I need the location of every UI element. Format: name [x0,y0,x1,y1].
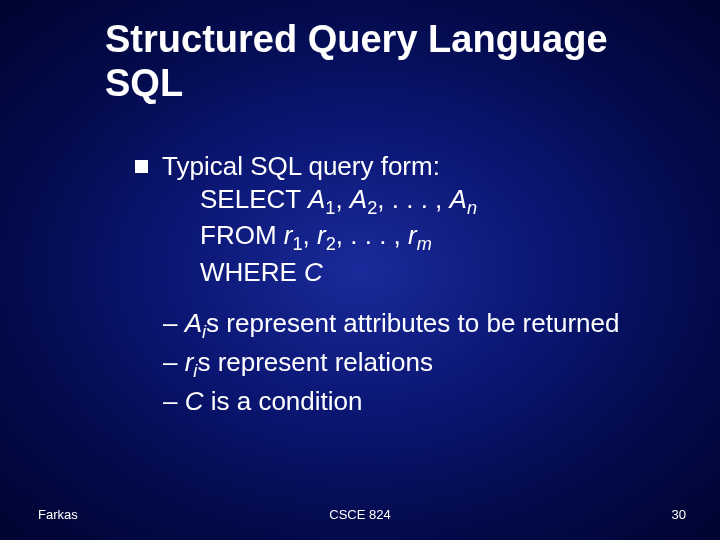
from-sub1: 1 [292,235,302,255]
dash3-post: is a condition [203,386,362,416]
bullet-lead: Typical SQL query form: [162,151,440,181]
select-an: A [450,184,467,214]
slide: Structured Query Language SQL Typical SQ… [0,0,720,540]
select-a2: A [350,184,367,214]
where-keyword: WHERE [200,257,304,287]
footer-page-number: 30 [672,507,686,522]
dash1-var: A [185,308,202,338]
bullet-text: Typical SQL query form: SELECT A1, A2, .… [162,150,680,289]
title-line-2: SQL [105,62,183,104]
from-clause: FROM r1, r2, . . . , rm [162,219,680,256]
where-clause: WHERE C [162,256,680,289]
select-clause: SELECT A1, A2, . . . , An [162,183,680,220]
dash2-post: s represent relations [197,347,433,377]
where-c: C [304,257,323,287]
title-line-1: Structured Query Language [105,18,608,60]
select-sep1: , [335,184,349,214]
from-sep1: , [303,220,317,250]
from-sep2: , [336,220,350,250]
slide-title: Structured Query Language SQL [105,18,608,105]
dash-item-2: – ris represent relations [163,346,680,383]
from-dots: . . . , [350,220,408,250]
select-dots: . . . , [392,184,450,214]
dash1-pre: – [163,308,185,338]
from-keyword: FROM [200,220,284,250]
from-r2: r [317,220,326,250]
bullet-item: Typical SQL query form: SELECT A1, A2, .… [135,150,680,289]
select-sub1: 1 [325,198,335,218]
slide-body: Typical SQL query form: SELECT A1, A2, .… [135,150,680,419]
footer-course: CSCE 824 [0,507,720,522]
dash-item-1: – Ais represent attributes to be returne… [163,307,680,344]
select-sep2: , [377,184,391,214]
select-a1: A [308,184,325,214]
dash-item-3: – C is a condition [163,385,680,418]
dash1-post: s represent attributes to be returned [206,308,619,338]
select-sub2: 2 [367,198,377,218]
select-subn: n [467,198,477,218]
bullet-icon [135,160,148,173]
dash-list: – Ais represent attributes to be returne… [135,307,680,417]
select-keyword: SELECT [200,184,308,214]
dash3-var: C [185,386,204,416]
dash3-pre: – [163,386,185,416]
dash2-pre: – [163,347,185,377]
from-sub2: 2 [326,235,336,255]
from-rm: r [408,220,417,250]
from-subm: m [417,235,432,255]
